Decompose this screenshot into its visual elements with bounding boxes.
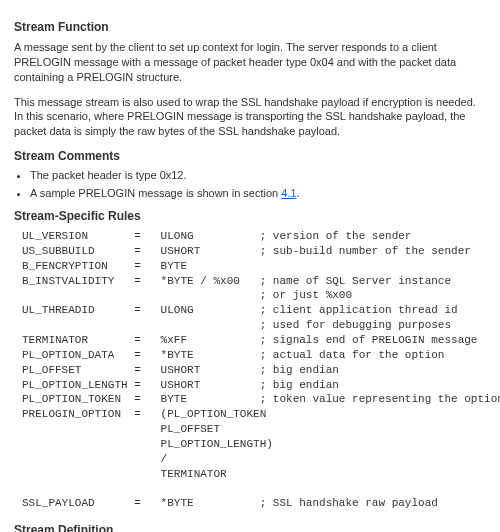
comment-item-2: A sample PRELOGIN message is shown in se… [30,187,486,199]
grammar-rules-block: UL_VERSION = ULONG ; version of the send… [22,229,486,511]
paragraph-func-1: A message sent by the client to set up c… [14,40,486,85]
comments-list: The packet header is type 0x12. A sample… [30,169,486,199]
comment-item-2-pre: A sample PRELOGIN message is shown in se… [30,187,281,199]
heading-stream-definition: Stream Definition [14,523,486,532]
comment-item-1: The packet header is type 0x12. [30,169,486,181]
paragraph-func-2: This message stream is also used to wrap… [14,95,486,140]
link-section-4-1[interactable]: 4.1 [281,187,296,199]
comment-item-2-post: . [297,187,300,199]
heading-stream-specific-rules: Stream-Specific Rules [14,209,486,223]
heading-stream-function: Stream Function [14,20,486,34]
heading-stream-comments: Stream Comments [14,149,486,163]
